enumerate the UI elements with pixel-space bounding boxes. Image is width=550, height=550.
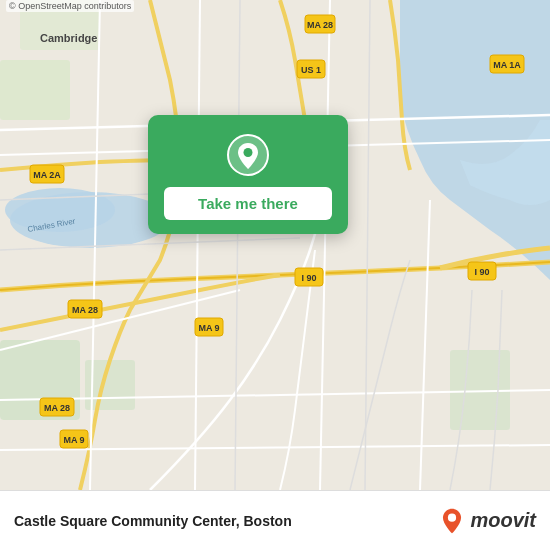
take-me-there-button[interactable]: Take me there xyxy=(164,187,332,220)
svg-text:MA 9: MA 9 xyxy=(198,323,219,333)
svg-text:MA 1A: MA 1A xyxy=(493,60,521,70)
svg-text:MA 28: MA 28 xyxy=(307,20,333,30)
location-card: Take me there xyxy=(148,115,348,234)
svg-text:Cambridge: Cambridge xyxy=(40,32,97,44)
svg-text:I 90: I 90 xyxy=(474,267,489,277)
svg-text:US 1: US 1 xyxy=(301,65,321,75)
svg-text:MA 28: MA 28 xyxy=(72,305,98,315)
map-pin-icon xyxy=(226,133,270,177)
moovit-brand-text: moovit xyxy=(470,509,536,532)
moovit-logo: moovit xyxy=(438,507,536,535)
svg-text:MA 2A: MA 2A xyxy=(33,170,61,180)
bottom-bar: Castle Square Community Center, Boston m… xyxy=(0,490,550,550)
svg-text:I 90: I 90 xyxy=(301,273,316,283)
svg-point-42 xyxy=(448,513,456,521)
svg-rect-6 xyxy=(0,60,70,120)
svg-text:MA 9: MA 9 xyxy=(63,435,84,445)
svg-point-41 xyxy=(244,148,253,157)
location-name: Castle Square Community Center, Boston xyxy=(14,513,438,529)
map-container: Cambridge MA 2A MA 28 MA 28 US 1 MA 1A M… xyxy=(0,0,550,490)
svg-text:MA 28: MA 28 xyxy=(44,403,70,413)
copyright-text: © OpenStreetMap contributors xyxy=(6,0,134,12)
moovit-pin-icon xyxy=(438,507,466,535)
